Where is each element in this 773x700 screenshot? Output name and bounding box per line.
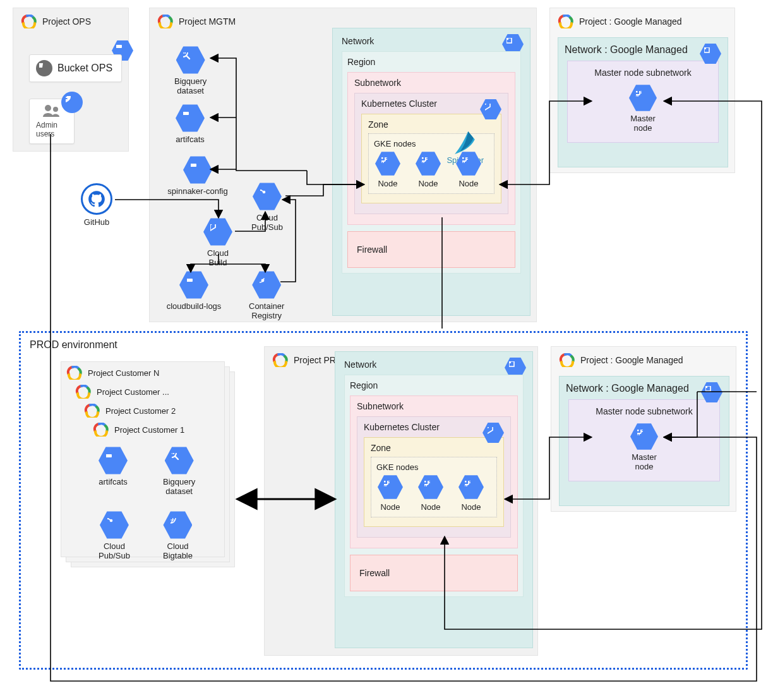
gm-top-master-sub-label: Master node subnetwork: [574, 68, 712, 78]
mgtm-region: Region Subnetwork Kubernetes Cluster Zon…: [342, 51, 521, 274]
zone-label: Zone: [371, 443, 497, 453]
cust-pubsub-label: Cloud Pub/Sub: [99, 542, 130, 561]
mgtm-node-row: Node Node Node: [374, 148, 489, 190]
bucket-ops-card: Bucket OPS: [29, 54, 122, 82]
cloudbuild-logs-label: cloudbuild-logs: [167, 302, 222, 311]
spinnaker-config-label: spinnaker-config: [167, 187, 227, 196]
github-label: GitHub: [84, 217, 109, 227]
github: GitHub: [81, 183, 112, 227]
cust-bigtable: Cloud Bigtable: [163, 510, 193, 561]
prod-k8s-cluster: Kubernetes Cluster Zone GKE nodes Node N…: [357, 416, 511, 538]
architecture-diagram: Project OPS Bucket OPS Admin users GitHu…: [0, 0, 773, 700]
cloud-pubsub-label: Cloud Pub/Sub: [251, 214, 283, 232]
gke-label: GKE nodes: [376, 462, 491, 472]
firewall-label: Firewall: [359, 568, 390, 578]
customer-dots-label: Project Customer ...: [97, 387, 169, 397]
gm-bottom-network-label: Network : Google Managed: [566, 383, 722, 394]
mgtm-firewall: Firewall: [347, 231, 515, 268]
prod-network: Network Region Subnetwork Kubernetes Clu…: [335, 351, 533, 648]
node-3: Node: [456, 151, 481, 188]
mgtm-gke-nodes: GKE nodes Spinnaker Node Node Node: [368, 133, 494, 194]
pubsub-icon: [253, 182, 282, 211]
network-badge-icon: [701, 382, 722, 403]
github-icon: [81, 183, 112, 215]
bigtable-icon: [163, 510, 192, 540]
gm-bottom-master-label: Master node: [632, 453, 657, 472]
container-registry: Container Registry: [249, 270, 284, 321]
prod-gke-nodes: GKE nodes Node Node Node: [371, 457, 497, 517]
bigquery-label: Bigquery dataset: [174, 77, 207, 96]
network-label: Network: [342, 358, 526, 371]
prod-region: Region Subnetwork Kubernetes Cluster Zon…: [344, 375, 524, 597]
mgtm-network: Network Region Subnetwork Kubernetes Clu…: [332, 28, 530, 316]
users-icon: [39, 103, 64, 119]
admin-users-label: Admin users: [36, 121, 68, 138]
gm-top-master-label: Master node: [630, 114, 656, 133]
gm-bottom-network: Network : Google Managed Master node sub…: [559, 376, 729, 506]
project-mgtm-title: Project MGTM: [179, 16, 236, 27]
artifacts: artifcats: [176, 104, 205, 145]
gcp-icon: [272, 353, 289, 367]
cloudbuild-logs: cloudbuild-logs: [159, 270, 229, 311]
prod-env-title: PROD environment: [30, 339, 117, 351]
region-label: Region: [350, 380, 518, 390]
k8s-badge-icon: [482, 422, 504, 444]
panel-google-managed-bottom: Project : Google Managed Network : Googl…: [551, 346, 736, 512]
mgtm-k8s-cluster: Kubernetes Cluster Zone GKE nodes Spinna…: [354, 93, 508, 214]
node-icon: [378, 474, 403, 500]
zone-label: Zone: [368, 119, 494, 130]
gm-bottom-master-subnetwork: Master node subnetwork Master node: [568, 399, 720, 481]
k8s-badge-icon: [480, 99, 501, 120]
artifacts-label: artifcats: [176, 135, 205, 145]
project-ops-title: Project OPS: [42, 16, 91, 27]
gcp-icon: [559, 353, 575, 367]
prod-subnetwork: Subnetwork Kubernetes Cluster Zone GKE n…: [350, 395, 518, 548]
network-badge-icon: [700, 43, 721, 64]
node-1: Node: [378, 474, 403, 512]
customer-1-label: Project Customer 1: [114, 425, 184, 435]
subnet-label: Subnetwork: [357, 401, 511, 411]
cust-pubsub: Cloud Pub/Sub: [99, 510, 130, 561]
pubsub-icon: [100, 510, 129, 540]
customer-project-stack: Project Customer N Project Customer ... …: [61, 361, 250, 576]
subnet-label: Subnetwork: [354, 78, 508, 88]
gm-bottom-title: Project : Google Managed: [580, 355, 683, 365]
mgtm-subnetwork: Subnetwork Kubernetes Cluster Zone GKE n…: [347, 72, 515, 225]
network-label: Network: [339, 35, 524, 47]
gcp-icon: [66, 366, 83, 380]
node-icon: [416, 151, 441, 176]
node-icon: [418, 474, 443, 500]
cust-artifacts: artifcats: [99, 446, 128, 487]
node-icon: [458, 474, 484, 500]
node-icon: [375, 151, 400, 176]
customer-n-label: Project Customer N: [88, 368, 159, 378]
storage-icon: [179, 270, 208, 299]
cloud-build-icon: [203, 217, 232, 246]
region-label: Region: [347, 57, 515, 67]
iam-shield-icon: [61, 92, 83, 113]
master-node-icon: [629, 84, 657, 112]
cust-bigquery-label: Bigquery dataset: [163, 478, 195, 497]
gcp-icon: [558, 15, 574, 28]
prod-node-row: Node Node Node: [376, 472, 491, 513]
storage-icon: [176, 104, 205, 133]
container-registry-icon: [252, 270, 281, 299]
gcp-icon: [21, 15, 37, 28]
panel-google-managed-top: Project : Google Managed Network : Googl…: [549, 8, 735, 173]
gcp-icon: [84, 404, 100, 418]
admin-users-card: Admin users: [29, 99, 75, 144]
gm-top-title: Project : Google Managed: [579, 16, 682, 27]
bigquery-icon: [176, 45, 205, 75]
gm-bottom-master-sub-label: Master node subnetwork: [575, 406, 713, 416]
gcp-icon: [157, 15, 174, 28]
bigquery-icon: [165, 446, 194, 475]
node-2: Node: [418, 474, 443, 512]
cust-bigtable-label: Cloud Bigtable: [163, 542, 193, 561]
gm-top-network-label: Network : Google Managed: [565, 44, 721, 56]
cust-bigquery: Bigquery dataset: [163, 446, 195, 497]
mgtm-zone: Zone GKE nodes Spinnaker Node Node Node: [361, 114, 501, 203]
cloud-build-label: Cloud Build: [207, 249, 229, 268]
gcp-icon: [93, 423, 109, 437]
storage-icon: [99, 446, 128, 475]
master-node-icon: [630, 423, 658, 450]
